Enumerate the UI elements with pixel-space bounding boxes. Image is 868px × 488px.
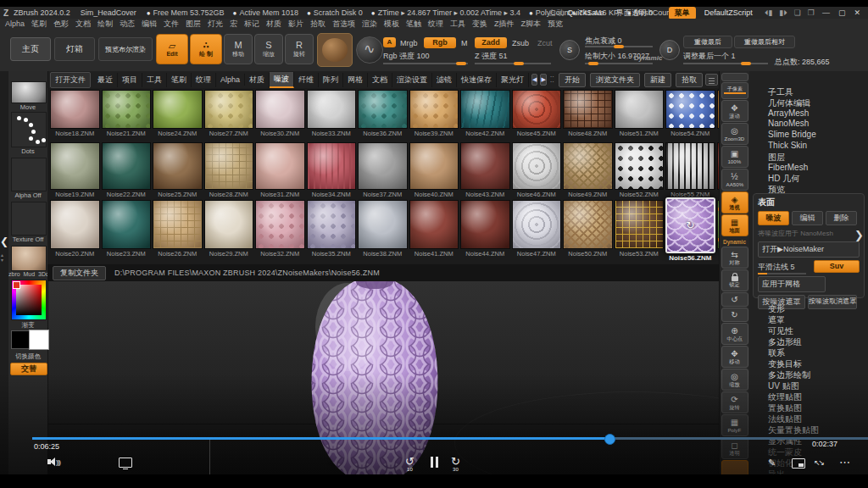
thumbnail-image[interactable]	[255, 90, 305, 129]
lightbox-tab-工具[interactable]: 工具	[142, 73, 167, 87]
thumbnail-image[interactable]	[665, 90, 715, 129]
zscript-label[interactable]: DefaultZScript	[704, 8, 753, 17]
noise-button[interactable]: 噪波	[758, 211, 789, 225]
palette-item-变形[interactable]: 变形	[768, 303, 785, 315]
thumbnail-image[interactable]	[255, 142, 305, 190]
lightbox-start-button[interactable]: 开始	[559, 73, 586, 87]
thumbnail-image[interactable]	[50, 90, 100, 129]
zadd-button[interactable]: Zadd	[475, 37, 507, 48]
history-icons[interactable]: ⏴▮▮⏵❏❐	[761, 8, 818, 18]
thumbnail-image[interactable]	[204, 90, 254, 129]
menu-工具[interactable]: 工具	[450, 19, 465, 30]
shelf-中心点-button[interactable]: ⊕中心点	[721, 323, 748, 345]
menu-Alpha[interactable]: Alpha	[5, 19, 25, 28]
menu-材质[interactable]: 材质	[266, 19, 281, 30]
lightbox-tab-纤维[interactable]: 纤维	[294, 73, 319, 87]
palette-item-遮罩[interactable]: 遮罩	[768, 314, 785, 326]
noise-thumbnail-Noise34[interactable]: Noise34.ZNM	[306, 142, 358, 198]
rgb-intensity-track[interactable]	[383, 63, 468, 64]
z-intensity-slider[interactable]: Z 强度 51	[475, 51, 508, 62]
spix-slider[interactable]: 子像素	[721, 82, 748, 99]
lightbox-tab-网格[interactable]: 网格	[343, 73, 368, 87]
lightbox-tab-笔刷[interactable]: 笔刷	[167, 73, 192, 87]
unmask-by-noise-button[interactable]: 按噪波取消遮罩	[808, 295, 857, 309]
ui-opacity-slider[interactable]: 界面透明 0	[616, 8, 660, 19]
shelf-100%-button[interactable]: ▣100%	[721, 146, 748, 168]
lock-icon[interactable]: 锁定	[721, 269, 748, 291]
thumbnail-image[interactable]	[153, 142, 203, 190]
noise-thumbnail-Noise46[interactable]: Noise46.ZNM	[511, 142, 563, 198]
view-size-1-icon[interactable]	[705, 74, 718, 86]
mrgb-button[interactable]: Mrgb	[400, 39, 418, 47]
window-icon[interactable]: ❏	[794, 8, 801, 17]
zsub-button[interactable]: Zsub	[512, 39, 529, 47]
collapse-left-chevron-icon[interactable]: ❮	[0, 236, 8, 247]
lightbox-tab-材质[interactable]: 材质	[245, 73, 270, 87]
focal-shift-nub[interactable]	[614, 45, 624, 48]
noise-thumbnail-Noise49[interactable]: Noise49.ZNM	[562, 142, 614, 198]
lightbox-tab-文档[interactable]: 文档	[368, 73, 392, 87]
lightbox-tab-Alpha[interactable]: Alpha	[216, 74, 245, 86]
pick-button[interactable]: 拾取	[676, 73, 703, 87]
thumbnail-image[interactable]	[307, 142, 357, 190]
rgb-button[interactable]: Rgb	[424, 37, 456, 48]
shelf-Zoom3D-button[interactable]: ◎Zoom3D	[721, 123, 748, 145]
menu-笔刷[interactable]: 笔刷	[31, 19, 47, 30]
noise-thumbnail-Noise25[interactable]: Noise25.ZNM	[152, 142, 203, 198]
noise-thumbnail-Noise18[interactable]: Noise18.ZNM	[49, 90, 101, 137]
lightbox-tab-渲染设置[interactable]: 渲染设置	[392, 73, 432, 87]
window-icon[interactable]: ❐	[808, 8, 815, 17]
noise-thumbnail-Noise35[interactable]: Noise35.ZNM	[306, 200, 358, 262]
noise-thumbnail-Noise29[interactable]: Noise29.ZNM	[203, 200, 255, 262]
menu-图层[interactable]: 图层	[186, 19, 201, 30]
shelf-滚动-button[interactable]: ✥滚动	[721, 100, 748, 122]
palette-item-显示属性[interactable]: 显示属性	[768, 435, 802, 447]
color-picker[interactable]	[11, 280, 47, 320]
gradient-label[interactable]: 渐变	[8, 321, 47, 330]
thumbnail-image[interactable]	[204, 142, 254, 190]
document-viewport[interactable]	[47, 281, 719, 474]
lightbox-next-button[interactable]: ▶	[540, 74, 546, 86]
new-button[interactable]: 新建	[644, 73, 671, 87]
noise-thumbnail-Noise24[interactable]: Noise24.ZNM	[152, 90, 203, 137]
menu-灯光[interactable]: 灯光	[208, 19, 223, 30]
noise-thumbnail-Noise48[interactable]: Noise48.ZNM	[562, 90, 614, 137]
shelf-透明-button[interactable]: ◻透明	[721, 437, 748, 459]
primary-color-swatch[interactable]	[29, 330, 49, 350]
menu-文件[interactable]: 文件	[164, 19, 179, 30]
noise-thumbnail-Noise53[interactable]: Noise53.ZNM	[614, 200, 665, 262]
switch-color-label[interactable]: 切换颜色	[8, 352, 47, 361]
shelf-对称-button[interactable]: ⇆对称	[721, 247, 748, 269]
noise-thumbnail-Noise40[interactable]: Noise40.ZNM	[409, 142, 460, 198]
thumbnail-image[interactable]	[102, 200, 152, 249]
smooth-normals-slider[interactable]: 平滑法线 5	[758, 260, 810, 273]
noise-thumbnail-Noise22[interactable]: Noise22.ZNM	[101, 142, 153, 198]
rotate-cw-icon[interactable]: ↻	[721, 308, 748, 322]
thumbnail-image[interactable]	[615, 90, 665, 129]
rgb-intensity-slider[interactable]: Rgb 强度 100	[383, 51, 430, 62]
lightbox-tab-滤镜[interactable]: 滤镜	[432, 73, 457, 87]
thumbnail-image[interactable]	[50, 142, 100, 190]
alt-color-button[interactable]: 交替	[10, 363, 47, 375]
apply-to-mesh-button[interactable]: 应用于网格	[758, 276, 826, 292]
noise-thumbnail-Noise21[interactable]: Noise21.ZNM	[101, 90, 153, 137]
replay-knob[interactable]: D	[659, 40, 680, 60]
thumbnail-image[interactable]	[615, 142, 665, 190]
menu-Z脚本[interactable]: Z脚本	[521, 19, 542, 30]
thumbnail-image[interactable]	[512, 200, 562, 249]
rotate-ccw-icon[interactable]: ↺	[721, 292, 748, 307]
noise-thumbnail-Noise28[interactable]: Noise28.ZNM	[203, 142, 255, 198]
menu-button[interactable]: 菜单	[669, 7, 696, 19]
noise-thumbnail-Noise51[interactable]: Noise51.ZNM	[614, 90, 665, 137]
noise-thumbnail-Noise26[interactable]: Noise26.ZNM	[152, 200, 203, 262]
z-intensity-track[interactable]	[475, 63, 551, 64]
thumbnail-image[interactable]	[409, 142, 459, 190]
noise-thumbnail-Noise54[interactable]: Noise54.ZNM	[665, 90, 716, 137]
noise-thumbnail-Noise20[interactable]: Noise20.ZNM	[49, 200, 101, 262]
expand-right-chevron-icon[interactable]: ❯	[854, 229, 864, 241]
noise-thumbnail-Noise32[interactable]: Noise32.ZNM	[254, 200, 306, 262]
minimize-button[interactable]: —	[822, 8, 830, 17]
noise-thumbnail-Noise38[interactable]: Noise38.ZNM	[357, 200, 409, 262]
open-noisemaker-button[interactable]: 打开▶NoiseMaker	[758, 241, 860, 258]
palette-item-ArrayMesh[interactable]: ArrayMesh	[768, 108, 809, 118]
